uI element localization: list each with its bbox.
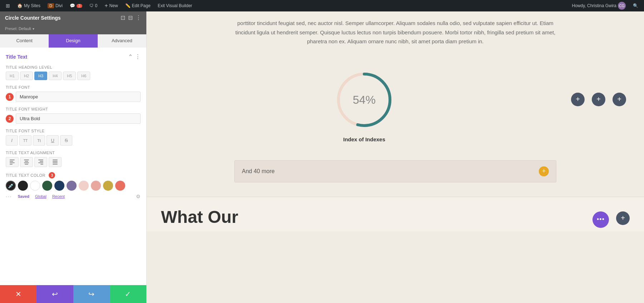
more-options-icon[interactable]: ⋮ <box>136 15 141 21</box>
color-swatch-dark-green[interactable] <box>42 181 52 191</box>
panel-title: Circle Counter Settings <box>5 15 61 21</box>
align-right-btn[interactable] <box>34 157 47 167</box>
tab-content[interactable]: Content <box>0 34 49 48</box>
divi-icon: D <box>48 3 54 8</box>
counter-item-1: 54% Index of Indexes <box>161 68 567 142</box>
font-badge: 1 <box>6 93 14 101</box>
color-tabs-row: ··· Saved Global Recent ⚙ <box>6 194 141 199</box>
global-tab[interactable]: Global <box>35 194 47 199</box>
color-swatch-pink-light[interactable] <box>79 181 89 191</box>
percent-text: 54% <box>353 93 376 106</box>
edit-page-menu[interactable]: ✏️ Edit Page <box>122 0 153 11</box>
eyedropper-icon: 💉 <box>8 183 14 189</box>
counters-section: 54% Index of Indexes + + + <box>161 60 630 150</box>
font-weight-select[interactable]: Ultra Bold Bold Regular <box>16 113 141 124</box>
align-center-btn[interactable] <box>20 157 33 167</box>
color-swatch-black[interactable] <box>18 181 28 191</box>
add-section-btn[interactable]: + <box>616 211 630 225</box>
font-weight-badge: 2 <box>6 115 14 123</box>
color-swatch-salmon[interactable] <box>91 181 101 191</box>
circle-counter: 54% <box>332 68 396 132</box>
h2-btn[interactable]: H2 <box>20 72 33 80</box>
color-badge: 3 <box>49 172 55 179</box>
panel-tabs: Content Design Advanced <box>0 34 146 48</box>
search-btn[interactable]: 🔍 <box>630 3 641 8</box>
tab-design[interactable]: Design <box>49 34 97 48</box>
canvas-body: porttitor tincidunt feugiat sed, nec auc… <box>147 11 644 197</box>
admin-bar: ⊞ 🏠 My Sites D Divi 💬 3 🗨 0 + New ✏️ Edi… <box>0 0 644 11</box>
panel-content: Title Text ⌃ ⋮ Title Heading Level H1 H2… <box>0 48 146 285</box>
eyedropper-btn[interactable]: 💉 <box>6 181 16 191</box>
comments-menu[interactable]: 💬 3 <box>67 0 85 11</box>
color-swatch-dark-blue[interactable] <box>54 181 64 191</box>
h4-btn[interactable]: H4 <box>49 72 62 80</box>
all-caps-btn[interactable]: TT <box>19 135 31 146</box>
heading-level-buttons: H1 H2 H3 H4 H5 H6 <box>6 72 141 80</box>
italic-btn[interactable]: I <box>6 135 18 146</box>
color-settings-icon[interactable]: ⚙ <box>136 194 141 199</box>
settings-panel: Circle Counter Settings ⊡ ⊟ ⋮ Preset: De… <box>0 11 147 303</box>
fullscreen-icon[interactable]: ⊡ <box>121 15 125 21</box>
alignment-buttons <box>6 157 141 167</box>
title-case-btn[interactable]: Tt <box>33 135 45 146</box>
color-swatch-gold[interactable] <box>103 181 113 191</box>
bottom-text-area: What Our <box>161 208 585 227</box>
comment-bubble-icon: 💬 <box>70 3 75 8</box>
underline-btn[interactable]: U <box>47 135 59 146</box>
counter-label: Index of Indexes <box>343 136 385 142</box>
font-select[interactable]: Manrope <box>16 92 141 102</box>
color-swatch-red[interactable] <box>115 181 125 191</box>
undo-button[interactable]: ↩ <box>36 285 73 303</box>
more-bar-add-btn[interactable]: + <box>539 166 549 176</box>
howdy-menu[interactable]: Howdy, Christina Gwira CG <box>569 2 629 10</box>
text-alignment-label: Title Text Alignment <box>6 151 141 155</box>
floating-menu-btn[interactable]: ••• <box>592 211 609 228</box>
more-bar: And 40 more + <box>234 160 556 182</box>
add-counter-btn-3[interactable]: + <box>613 93 626 106</box>
divi-menu[interactable]: D Divi <box>45 0 65 11</box>
panel-bottom-bar: ✕ ↩ ↪ ✓ <box>0 285 146 303</box>
more-bar-text: And 40 more <box>242 168 275 175</box>
preset-dropdown-icon[interactable]: ▾ <box>33 27 34 31</box>
align-left-btn[interactable] <box>6 157 19 167</box>
recent-tab[interactable]: Recent <box>52 194 65 199</box>
h1-btn[interactable]: H1 <box>6 72 19 80</box>
more-colors-icon[interactable]: ··· <box>6 194 12 199</box>
add-counter-btn-2[interactable]: + <box>592 93 605 106</box>
align-justify-btn[interactable] <box>49 157 62 167</box>
redo-icon: ↪ <box>88 290 94 298</box>
comment-icon: 🗨 <box>89 3 94 8</box>
new-menu[interactable]: + New <box>102 0 121 11</box>
heading-level-label: Title Heading Level <box>6 65 141 69</box>
h6-btn[interactable]: H6 <box>77 72 90 80</box>
section-menu-btn[interactable]: ⋮ <box>135 53 141 60</box>
tab-advanced[interactable]: Advanced <box>98 34 146 48</box>
redo-button[interactable]: ↪ <box>73 285 110 303</box>
my-sites-menu[interactable]: 🏠 My Sites <box>14 0 43 11</box>
panel-header-icons: ⊡ ⊟ ⋮ <box>121 15 141 21</box>
bottom-section: What Our ••• + <box>147 197 644 231</box>
wp-logo[interactable]: ⊞ <box>3 0 13 11</box>
save-button[interactable]: ✓ <box>110 285 146 303</box>
canvas-area: porttitor tincidunt feugiat sed, nec auc… <box>147 11 644 303</box>
three-dots-icon: ••• <box>597 216 605 223</box>
saved-tab[interactable]: Saved <box>18 194 29 199</box>
h5-btn[interactable]: H5 <box>63 72 76 80</box>
strikethrough-btn[interactable]: S <box>60 135 72 146</box>
exit-builder-menu[interactable]: Exit Visual Builder <box>155 0 195 11</box>
color-swatch-white[interactable] <box>30 181 40 191</box>
text-color-label: Title Text Color 3 <box>6 172 141 179</box>
collapse-section-btn[interactable]: ⌃ <box>128 53 133 60</box>
color-swatch-purple[interactable] <box>67 181 77 191</box>
avatar: CG <box>618 2 626 10</box>
cancel-button[interactable]: ✕ <box>0 285 36 303</box>
font-label: Title Font <box>6 85 141 89</box>
preset-row: Preset: Default ▾ <box>0 24 146 34</box>
h3-btn[interactable]: H3 <box>34 72 47 80</box>
layout-icon[interactable]: ⊟ <box>128 15 133 21</box>
title-text-section-header: Title Text ⌃ ⋮ <box>6 53 141 60</box>
comment-zero[interactable]: 🗨 0 <box>87 0 101 11</box>
cancel-icon: ✕ <box>15 290 21 298</box>
font-style-label: Title Font Style <box>6 129 141 133</box>
add-counter-btn-1[interactable]: + <box>571 93 585 106</box>
